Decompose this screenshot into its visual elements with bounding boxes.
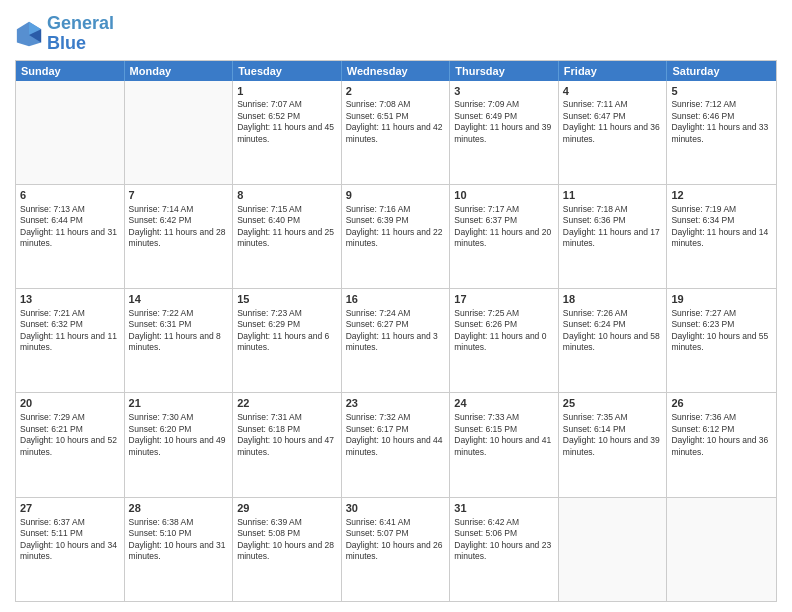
- day-number: 30: [346, 501, 446, 516]
- calendar-cell: 7Sunrise: 7:14 AM Sunset: 6:42 PM Daylig…: [125, 185, 234, 288]
- day-number: 21: [129, 396, 229, 411]
- cell-info: Sunrise: 7:11 AM Sunset: 6:47 PM Dayligh…: [563, 99, 663, 145]
- day-number: 12: [671, 188, 772, 203]
- day-number: 5: [671, 84, 772, 99]
- calendar-cell: [559, 498, 668, 601]
- calendar-row: 1Sunrise: 7:07 AM Sunset: 6:52 PM Daylig…: [16, 81, 776, 185]
- cell-info: Sunrise: 7:29 AM Sunset: 6:21 PM Dayligh…: [20, 412, 120, 458]
- day-number: 23: [346, 396, 446, 411]
- day-number: 25: [563, 396, 663, 411]
- day-number: 29: [237, 501, 337, 516]
- day-number: 13: [20, 292, 120, 307]
- cell-info: Sunrise: 7:32 AM Sunset: 6:17 PM Dayligh…: [346, 412, 446, 458]
- calendar-cell: 20Sunrise: 7:29 AM Sunset: 6:21 PM Dayli…: [16, 393, 125, 496]
- day-number: 11: [563, 188, 663, 203]
- day-number: 24: [454, 396, 554, 411]
- calendar-cell: 28Sunrise: 6:38 AM Sunset: 5:10 PM Dayli…: [125, 498, 234, 601]
- cell-info: Sunrise: 7:09 AM Sunset: 6:49 PM Dayligh…: [454, 99, 554, 145]
- calendar-cell: 19Sunrise: 7:27 AM Sunset: 6:23 PM Dayli…: [667, 289, 776, 392]
- calendar-cell: 5Sunrise: 7:12 AM Sunset: 6:46 PM Daylig…: [667, 81, 776, 184]
- weekday-header: Tuesday: [233, 61, 342, 81]
- day-number: 9: [346, 188, 446, 203]
- calendar-cell: 10Sunrise: 7:17 AM Sunset: 6:37 PM Dayli…: [450, 185, 559, 288]
- calendar-cell: 21Sunrise: 7:30 AM Sunset: 6:20 PM Dayli…: [125, 393, 234, 496]
- cell-info: Sunrise: 7:12 AM Sunset: 6:46 PM Dayligh…: [671, 99, 772, 145]
- calendar-cell: 2Sunrise: 7:08 AM Sunset: 6:51 PM Daylig…: [342, 81, 451, 184]
- cell-info: Sunrise: 7:15 AM Sunset: 6:40 PM Dayligh…: [237, 204, 337, 250]
- calendar-cell: 22Sunrise: 7:31 AM Sunset: 6:18 PM Dayli…: [233, 393, 342, 496]
- weekday-header: Sunday: [16, 61, 125, 81]
- calendar-cell: 4Sunrise: 7:11 AM Sunset: 6:47 PM Daylig…: [559, 81, 668, 184]
- day-number: 10: [454, 188, 554, 203]
- cell-info: Sunrise: 7:25 AM Sunset: 6:26 PM Dayligh…: [454, 308, 554, 354]
- cell-info: Sunrise: 7:22 AM Sunset: 6:31 PM Dayligh…: [129, 308, 229, 354]
- cell-info: Sunrise: 7:18 AM Sunset: 6:36 PM Dayligh…: [563, 204, 663, 250]
- calendar-row: 6Sunrise: 7:13 AM Sunset: 6:44 PM Daylig…: [16, 185, 776, 289]
- cell-info: Sunrise: 6:38 AM Sunset: 5:10 PM Dayligh…: [129, 517, 229, 563]
- day-number: 15: [237, 292, 337, 307]
- cell-info: Sunrise: 7:07 AM Sunset: 6:52 PM Dayligh…: [237, 99, 337, 145]
- day-number: 18: [563, 292, 663, 307]
- cell-info: Sunrise: 7:24 AM Sunset: 6:27 PM Dayligh…: [346, 308, 446, 354]
- calendar: SundayMondayTuesdayWednesdayThursdayFrid…: [15, 60, 777, 602]
- calendar-cell: 24Sunrise: 7:33 AM Sunset: 6:15 PM Dayli…: [450, 393, 559, 496]
- day-number: 20: [20, 396, 120, 411]
- cell-info: Sunrise: 7:35 AM Sunset: 6:14 PM Dayligh…: [563, 412, 663, 458]
- calendar-cell: 12Sunrise: 7:19 AM Sunset: 6:34 PM Dayli…: [667, 185, 776, 288]
- calendar-cell: 15Sunrise: 7:23 AM Sunset: 6:29 PM Dayli…: [233, 289, 342, 392]
- calendar-cell: 26Sunrise: 7:36 AM Sunset: 6:12 PM Dayli…: [667, 393, 776, 496]
- day-number: 27: [20, 501, 120, 516]
- cell-info: Sunrise: 6:42 AM Sunset: 5:06 PM Dayligh…: [454, 517, 554, 563]
- calendar-cell: 29Sunrise: 6:39 AM Sunset: 5:08 PM Dayli…: [233, 498, 342, 601]
- calendar-cell: 16Sunrise: 7:24 AM Sunset: 6:27 PM Dayli…: [342, 289, 451, 392]
- weekday-header: Thursday: [450, 61, 559, 81]
- day-number: 1: [237, 84, 337, 99]
- page: General Blue SundayMondayTuesdayWednesda…: [0, 0, 792, 612]
- calendar-cell: 8Sunrise: 7:15 AM Sunset: 6:40 PM Daylig…: [233, 185, 342, 288]
- calendar-cell: 1Sunrise: 7:07 AM Sunset: 6:52 PM Daylig…: [233, 81, 342, 184]
- day-number: 31: [454, 501, 554, 516]
- cell-info: Sunrise: 7:30 AM Sunset: 6:20 PM Dayligh…: [129, 412, 229, 458]
- cell-info: Sunrise: 7:27 AM Sunset: 6:23 PM Dayligh…: [671, 308, 772, 354]
- calendar-cell: 3Sunrise: 7:09 AM Sunset: 6:49 PM Daylig…: [450, 81, 559, 184]
- day-number: 16: [346, 292, 446, 307]
- cell-info: Sunrise: 7:21 AM Sunset: 6:32 PM Dayligh…: [20, 308, 120, 354]
- cell-info: Sunrise: 6:37 AM Sunset: 5:11 PM Dayligh…: [20, 517, 120, 563]
- cell-info: Sunrise: 7:31 AM Sunset: 6:18 PM Dayligh…: [237, 412, 337, 458]
- calendar-cell: 14Sunrise: 7:22 AM Sunset: 6:31 PM Dayli…: [125, 289, 234, 392]
- calendar-cell: 18Sunrise: 7:26 AM Sunset: 6:24 PM Dayli…: [559, 289, 668, 392]
- logo: General Blue: [15, 14, 114, 54]
- day-number: 22: [237, 396, 337, 411]
- calendar-row: 20Sunrise: 7:29 AM Sunset: 6:21 PM Dayli…: [16, 393, 776, 497]
- cell-info: Sunrise: 6:39 AM Sunset: 5:08 PM Dayligh…: [237, 517, 337, 563]
- calendar-row: 13Sunrise: 7:21 AM Sunset: 6:32 PM Dayli…: [16, 289, 776, 393]
- calendar-cell: 31Sunrise: 6:42 AM Sunset: 5:06 PM Dayli…: [450, 498, 559, 601]
- cell-info: Sunrise: 7:26 AM Sunset: 6:24 PM Dayligh…: [563, 308, 663, 354]
- calendar-cell: [16, 81, 125, 184]
- weekday-header: Monday: [125, 61, 234, 81]
- cell-info: Sunrise: 7:16 AM Sunset: 6:39 PM Dayligh…: [346, 204, 446, 250]
- day-number: 2: [346, 84, 446, 99]
- logo-text: General Blue: [47, 14, 114, 54]
- calendar-cell: 30Sunrise: 6:41 AM Sunset: 5:07 PM Dayli…: [342, 498, 451, 601]
- day-number: 7: [129, 188, 229, 203]
- day-number: 4: [563, 84, 663, 99]
- header: General Blue: [15, 10, 777, 54]
- calendar-cell: 13Sunrise: 7:21 AM Sunset: 6:32 PM Dayli…: [16, 289, 125, 392]
- day-number: 3: [454, 84, 554, 99]
- day-number: 8: [237, 188, 337, 203]
- day-number: 26: [671, 396, 772, 411]
- cell-info: Sunrise: 7:08 AM Sunset: 6:51 PM Dayligh…: [346, 99, 446, 145]
- calendar-header: SundayMondayTuesdayWednesdayThursdayFrid…: [16, 61, 776, 81]
- calendar-row: 27Sunrise: 6:37 AM Sunset: 5:11 PM Dayli…: [16, 498, 776, 601]
- day-number: 6: [20, 188, 120, 203]
- day-number: 28: [129, 501, 229, 516]
- calendar-cell: 27Sunrise: 6:37 AM Sunset: 5:11 PM Dayli…: [16, 498, 125, 601]
- calendar-cell: 17Sunrise: 7:25 AM Sunset: 6:26 PM Dayli…: [450, 289, 559, 392]
- cell-info: Sunrise: 7:33 AM Sunset: 6:15 PM Dayligh…: [454, 412, 554, 458]
- cell-info: Sunrise: 7:17 AM Sunset: 6:37 PM Dayligh…: [454, 204, 554, 250]
- logo-icon: [15, 20, 43, 48]
- cell-info: Sunrise: 7:19 AM Sunset: 6:34 PM Dayligh…: [671, 204, 772, 250]
- day-number: 19: [671, 292, 772, 307]
- day-number: 14: [129, 292, 229, 307]
